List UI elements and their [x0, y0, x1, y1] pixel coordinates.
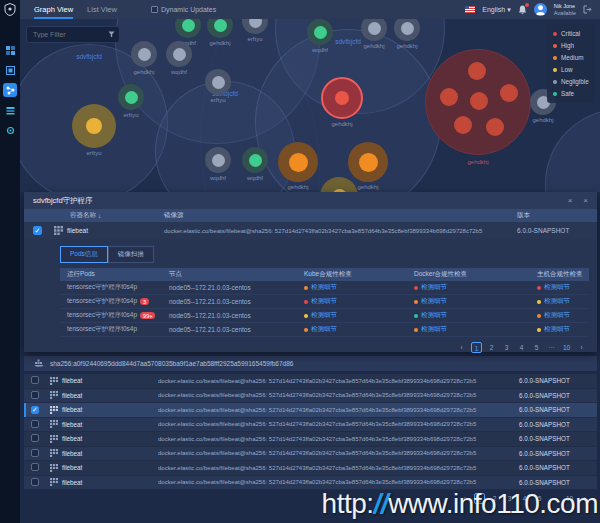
pagination-page[interactable]: 3 — [501, 342, 512, 353]
image-name: filebeat — [62, 435, 82, 442]
tab-list-view[interactable]: List View — [87, 0, 117, 19]
container-row[interactable]: ✓ filebeat docker.elastic.co/beats/fileb… — [24, 222, 597, 239]
kube-detail-link[interactable]: 检测细节 — [304, 311, 337, 320]
pagination-page[interactable]: 10 — [561, 342, 572, 353]
table-row[interactable]: filebeat docker.elastic.co/beats/filebea… — [24, 389, 597, 404]
severity-dot — [414, 314, 418, 318]
kube-detail-link[interactable]: 检测细节 — [304, 325, 337, 334]
image-version: 6.0.0-SNAPSHOT — [519, 392, 597, 399]
graph-node-critical[interactable]: gehdkhj — [321, 77, 363, 127]
container-icon — [50, 377, 58, 385]
pods-table-row[interactable]: tensorsec守护程序t0s4p3 node05--172.21.0.03-… — [60, 295, 589, 309]
pagination-page[interactable]: 5 — [531, 342, 542, 353]
pagination-page[interactable]: 1 — [471, 342, 482, 353]
critical-node[interactable] — [440, 88, 458, 106]
graph-node[interactable]: wqdhf — [242, 147, 268, 181]
sidebar-item-dashboard[interactable] — [3, 43, 17, 57]
graph-node[interactable]: erftyu — [242, 19, 268, 42]
graph-node[interactable]: gehdkhj — [207, 19, 233, 46]
pagination-page[interactable]: 4 — [516, 342, 527, 353]
docker-detail-link[interactable]: 检测细节 — [414, 311, 447, 320]
user-info[interactable]: Nik Jone Available — [554, 3, 576, 17]
graph-node[interactable]: wqdhf — [307, 19, 333, 53]
graph-node[interactable]: erftyu — [118, 84, 144, 118]
row-checkbox[interactable] — [31, 391, 39, 399]
sort-icon[interactable]: ↓ — [98, 212, 101, 219]
pods-table-row[interactable]: tensorsec守护程序t0s4p node05--172.21.0.03-c… — [60, 323, 589, 337]
sidebar-item-settings[interactable] — [3, 123, 17, 137]
tab-image-scan[interactable]: 镜像扫描 — [108, 246, 154, 263]
row-checkbox[interactable]: ✓ — [33, 226, 42, 235]
row-checkbox[interactable]: ✓ — [31, 406, 39, 414]
critical-node[interactable] — [486, 118, 504, 136]
host-detail-link[interactable]: 检测细节 — [537, 297, 570, 306]
legend-dot — [553, 68, 557, 72]
table-row-selected[interactable]: ✓ filebeat docker.elastic.co/beats/fileb… — [24, 403, 597, 418]
row-checkbox[interactable] — [31, 420, 39, 428]
row-checkbox[interactable] — [31, 478, 39, 486]
sha-bar[interactable]: sha256:a0f92440695ddd844d7aa5708035ba9f1… — [24, 356, 597, 371]
user-name: Nik Jone — [554, 3, 576, 10]
docker-detail-link[interactable]: 检测细节 — [414, 283, 447, 292]
language-selector[interactable]: English ▾ — [482, 6, 510, 14]
dynamic-updates-checkbox[interactable] — [151, 6, 158, 13]
pagination-page[interactable]: 2 — [486, 342, 497, 353]
legend-item-low[interactable]: Low — [553, 66, 589, 73]
table-row[interactable]: filebeat docker.elastic.co/beats/filebea… — [24, 447, 597, 462]
pagination-next[interactable]: › — [576, 342, 587, 353]
minimize-icon[interactable]: × — [568, 196, 573, 205]
table-row[interactable]: filebeat docker.elastic.co/beats/filebea… — [24, 374, 597, 389]
critical-node[interactable] — [454, 116, 472, 134]
legend-item-critical[interactable]: Critical — [553, 30, 589, 37]
sidebar-item-containers[interactable] — [3, 63, 17, 77]
legend-item-safe[interactable]: Safe — [553, 90, 589, 97]
legend-item-high[interactable]: High — [553, 42, 589, 49]
kube-detail-link[interactable]: 检测细节 — [304, 297, 337, 306]
table-row[interactable]: filebeat docker.elastic.co/beats/filebea… — [24, 461, 597, 476]
col-container-name[interactable]: 容器名称 — [70, 211, 96, 220]
docker-detail-link[interactable]: 检测细节 — [414, 297, 447, 306]
graph-node[interactable]: gehdkhj — [131, 41, 157, 75]
graph-node[interactable]: gehdkhj — [278, 142, 318, 190]
graph-node[interactable]: gehdkhj — [394, 19, 420, 49]
severity-dot — [304, 328, 308, 332]
type-filter-input[interactable] — [27, 31, 99, 38]
graph-node[interactable]: erftyu — [205, 69, 231, 103]
legend-item-negligible[interactable]: Negligible — [553, 78, 589, 85]
cluster-label: gehdkhj — [426, 159, 530, 165]
host-detail-link[interactable]: 检测细节 — [537, 283, 570, 292]
graph-node[interactable]: erftyu — [320, 177, 358, 192]
graph-node[interactable]: wqdhf — [166, 41, 192, 75]
host-detail-link[interactable]: 检测细节 — [537, 325, 570, 334]
critical-node[interactable] — [500, 84, 518, 102]
notifications-button[interactable] — [518, 5, 527, 15]
critical-node[interactable] — [468, 62, 486, 80]
table-row[interactable]: filebeat docker.elastic.co/beats/filebea… — [24, 418, 597, 433]
critical-node[interactable] — [470, 92, 488, 110]
logout-button[interactable] — [583, 5, 592, 14]
sidebar-item-topology[interactable] — [3, 83, 17, 97]
row-checkbox[interactable] — [31, 434, 39, 442]
tab-graph-view[interactable]: Graph View — [34, 0, 73, 19]
pods-table-row[interactable]: tensorsec守护程序t0s4p node05--172.21.0.03-c… — [60, 281, 589, 295]
graph-node[interactable]: erftyu — [72, 104, 116, 156]
graph-node[interactable]: wqdhf — [205, 147, 231, 181]
pods-table-row[interactable]: tensorsec守护程序t0s4p99+ node05--172.21.0.0… — [60, 309, 589, 323]
table-row[interactable]: filebeat docker.elastic.co/beats/filebea… — [24, 432, 597, 447]
tab-pods-info[interactable]: Pods信息 — [60, 246, 108, 263]
row-checkbox[interactable] — [31, 449, 39, 457]
row-checkbox[interactable] — [31, 463, 39, 471]
kube-detail-link[interactable]: 检测细节 — [304, 283, 337, 292]
graph-node[interactable]: gehdkhj — [361, 19, 387, 49]
pagination-prev[interactable]: ‹ — [456, 342, 467, 353]
sidebar-item-images[interactable] — [3, 103, 17, 117]
docker-detail-link[interactable]: 检测细节 — [414, 325, 447, 334]
legend-item-medium[interactable]: Medium — [553, 54, 589, 61]
close-icon[interactable]: × — [583, 196, 588, 205]
avatar[interactable] — [534, 3, 547, 16]
host-detail-link[interactable]: 检测细节 — [537, 311, 570, 320]
row-checkbox[interactable] — [31, 376, 39, 384]
critical-cluster[interactable]: gehdkhj — [425, 49, 531, 155]
type-filter[interactable] — [26, 26, 120, 43]
dynamic-updates-toggle[interactable]: Dynamic Updates — [151, 6, 216, 13]
